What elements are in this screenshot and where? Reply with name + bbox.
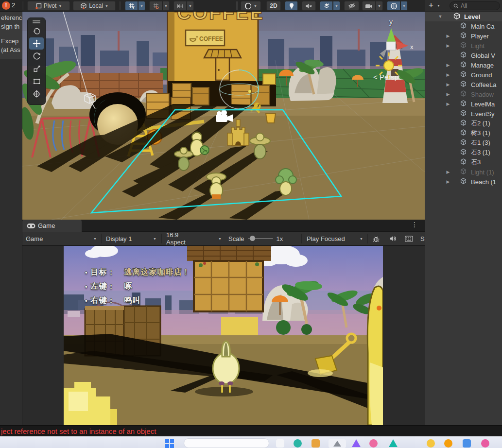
grid-snap-dropdown[interactable]: ▼ <box>138 1 145 11</box>
game-audio-button[interactable] <box>386 233 399 244</box>
hierarchy-search[interactable] <box>450 1 500 10</box>
pivot-label: Pivot <box>44 2 57 9</box>
game-view[interactable]: •目标：逃离这家咖啡店！•左键：啄•右键：鸣叫 <box>22 246 425 425</box>
snap-settings-dropdown[interactable]: ▼ <box>187 1 194 11</box>
tab-game[interactable]: Game <box>22 220 82 232</box>
status-error-text[interactable]: ject reference not set to an instance of… <box>1 427 156 435</box>
hierarchy-item[interactable]: ▶ Shadow <box>425 89 502 99</box>
device-simulator-button[interactable] <box>402 233 415 244</box>
effects-dropdown[interactable]: ▼ <box>333 1 340 11</box>
scale-slider[interactable]: Scale 1x <box>228 232 283 245</box>
hierarchy-item[interactable]: ▶ CoffeeLa <box>425 80 502 89</box>
gameobject-name: 石2 (1) <box>471 119 490 128</box>
hierarchy-scene-level[interactable]: ▼ Level <box>425 12 502 21</box>
camera-view-button[interactable] <box>362 1 376 11</box>
rotate-tool-button[interactable] <box>29 50 44 62</box>
hierarchy-item[interactable]: ▶ Ground <box>425 70 502 80</box>
gameobject-name: Ground <box>471 71 492 79</box>
hierarchy-item[interactable]: ▶ LevelMa <box>425 99 502 109</box>
game-target-dropdown[interactable]: Game▼ <box>22 232 100 245</box>
hierarchy-item[interactable]: Main Ca <box>425 21 502 31</box>
expand-arrow-icon[interactable]: ▶ <box>446 34 450 38</box>
hierarchy-search-input[interactable] <box>461 2 495 9</box>
app-blue-icon[interactable] <box>463 439 471 448</box>
status-bar[interactable]: ject reference not set to an instance of… <box>0 425 502 436</box>
gameobject-cube-icon <box>460 32 467 40</box>
expand-arrow-icon[interactable]: ▶ <box>446 179 450 184</box>
audio-mute-button[interactable] <box>302 1 316 11</box>
search-pill-icon[interactable] <box>184 438 269 448</box>
windows-logo-icon[interactable] <box>165 439 174 448</box>
hidden-objects-button[interactable] <box>344 1 359 11</box>
hierarchy-item[interactable]: ▶ Player <box>425 31 502 41</box>
console-error-count[interactable]: 2 <box>12 1 15 9</box>
pivot-icon <box>35 3 42 9</box>
app-purple-icon[interactable] <box>352 439 361 447</box>
hierarchy-item[interactable]: 石3 (1) <box>425 148 502 157</box>
coffee-board-text: COFFEE <box>199 35 223 42</box>
scene-view[interactable]: COFFEE COFFEE <box>22 12 425 220</box>
expand-arrow-icon[interactable]: ▶ <box>446 43 450 48</box>
display-dropdown[interactable]: Display 1▼ <box>103 232 160 245</box>
hierarchy-item[interactable]: 石1 (3) <box>425 138 502 148</box>
scale-slider-knob[interactable] <box>250 236 255 241</box>
gizmos-button[interactable] <box>387 1 400 11</box>
hierarchy-item[interactable]: 石2 (1) <box>425 119 502 128</box>
scene-lighting-button[interactable] <box>285 1 298 11</box>
add-gameobject-button[interactable]: + <box>429 0 433 10</box>
play-mode-dropdown[interactable]: Play Focused▼ <box>303 232 366 245</box>
aspect-ratio-dropdown[interactable]: 16:9 Aspect▼ <box>163 232 225 245</box>
app-white-icon[interactable] <box>276 439 284 448</box>
app-magenta-icon[interactable] <box>481 439 489 448</box>
app-pink-icon[interactable] <box>369 439 378 448</box>
expand-arrow-icon[interactable]: ▶ <box>446 102 450 106</box>
pivot-mode-button[interactable]: Pivot ▼ <box>27 1 70 11</box>
expand-arrow-icon[interactable]: ▶ <box>446 63 450 68</box>
gameobject-name: Light <box>471 42 485 50</box>
app-active-icon[interactable] <box>329 439 346 448</box>
transform-tool-button[interactable] <box>29 88 44 100</box>
overlay-drag-handle[interactable] <box>28 19 45 24</box>
background-console-window[interactable]: eferencsign thExcep(at Ass <box>0 12 22 425</box>
expand-arrow-icon[interactable]: ▶ <box>446 82 450 87</box>
grid-snap-button[interactable]: Y <box>125 1 138 11</box>
tab-menu-button[interactable]: ⋮ <box>411 221 418 228</box>
folder-icon[interactable] <box>312 439 320 448</box>
hierarchy-item[interactable]: 树3 (1) <box>425 128 502 138</box>
snap-settings-button[interactable] <box>173 1 187 11</box>
hierarchy-item[interactable]: ▶ Light <box>425 41 502 51</box>
hierarchy-item[interactable]: ▶ Light (1) <box>425 167 502 177</box>
2d-mode-button[interactable]: 2D <box>266 1 281 11</box>
hierarchy-item[interactable]: ▶ Manage <box>425 60 502 70</box>
increment-snap-button[interactable] <box>149 1 162 11</box>
expand-arrow-icon[interactable]: ▶ <box>446 72 450 77</box>
expand-arrow-icon[interactable]: ▼ <box>438 14 443 19</box>
keyboard-icon <box>405 236 413 242</box>
expand-arrow-icon[interactable]: ▶ <box>446 170 450 174</box>
rect-tool-button[interactable] <box>29 75 44 87</box>
local-mode-button[interactable]: Local ▼ <box>73 1 116 11</box>
app-teal2-icon[interactable] <box>389 439 398 447</box>
hierarchy-item[interactable]: ▶ Beach (1 <box>425 177 502 187</box>
scale-slider-track[interactable] <box>248 238 273 239</box>
app-orange-icon[interactable] <box>444 439 452 448</box>
hierarchy-item[interactable]: Global V <box>425 51 502 60</box>
effects-button[interactable] <box>320 1 333 11</box>
hand-tool-button[interactable] <box>29 25 44 37</box>
increment-snap-dropdown[interactable]: ▼ <box>162 1 170 11</box>
console-error-badge-icon[interactable]: ! <box>2 1 10 10</box>
hierarchy-item[interactable]: EventSy <box>425 109 502 119</box>
expand-arrow-icon[interactable]: ▶ <box>446 92 450 97</box>
scene-3d-art: COFFEE COFFEE <box>22 12 425 220</box>
search-icon <box>453 3 459 9</box>
shading-mode-button[interactable]: ▼ <box>241 1 261 11</box>
gizmos-dropdown[interactable]: ▼ <box>400 1 408 11</box>
camera-view-dropdown[interactable]: ▼ <box>376 1 383 11</box>
app-yellow-icon[interactable] <box>427 439 435 448</box>
debug-bug-button[interactable] <box>369 233 383 244</box>
move-tool-button[interactable] <box>29 37 44 50</box>
app-teal-icon[interactable] <box>294 439 302 448</box>
hierarchy-item[interactable]: 石3 <box>425 157 502 167</box>
rect-tool-icon <box>33 77 41 86</box>
scale-tool-button[interactable] <box>29 63 44 75</box>
